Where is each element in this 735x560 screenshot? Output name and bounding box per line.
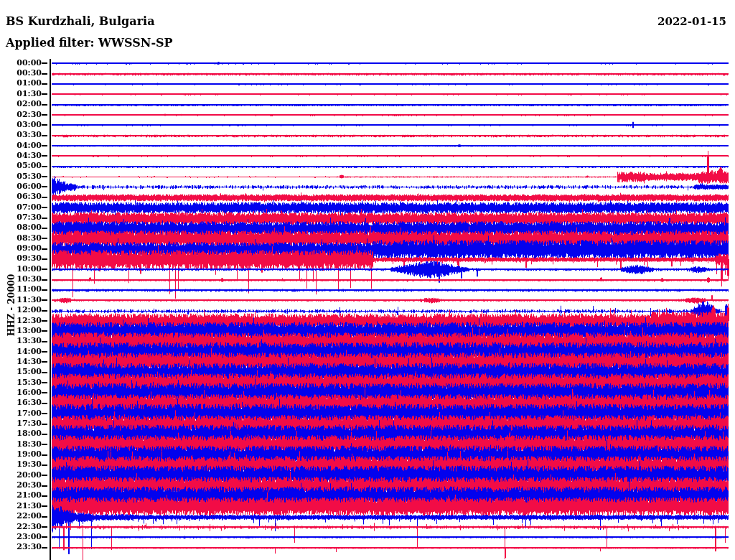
time-label: 17:00 bbox=[0, 409, 42, 417]
applied-filter-label: Applied filter: WWSSN-SP bbox=[6, 36, 173, 50]
station-title: BS Kurdzhali, Bulgaria bbox=[6, 14, 155, 28]
time-label: 05:00 bbox=[0, 162, 42, 169]
helicorder-page: BS Kurdzhali, Bulgaria Applied filter: W… bbox=[0, 0, 735, 560]
time-label: 04:30 bbox=[0, 151, 42, 159]
date-label: 2022-01-15 bbox=[657, 15, 726, 28]
time-label: 08:30 bbox=[0, 234, 42, 242]
time-label: 07:00 bbox=[0, 203, 42, 211]
time-label: 09:00 bbox=[0, 244, 42, 252]
time-label: 14:00 bbox=[0, 347, 42, 355]
time-label: 06:00 bbox=[0, 182, 42, 190]
time-label: 01:30 bbox=[0, 90, 42, 98]
time-label: 11:00 bbox=[0, 285, 42, 293]
time-label: 05:30 bbox=[0, 172, 42, 180]
time-label: 18:30 bbox=[0, 440, 42, 448]
time-label: 00:30 bbox=[0, 69, 42, 77]
time-label: 10:30 bbox=[0, 275, 42, 283]
time-label: 13:30 bbox=[0, 337, 42, 345]
time-label: 12:00 bbox=[0, 306, 42, 314]
time-label: 19:00 bbox=[0, 450, 42, 458]
time-label: 06:30 bbox=[0, 192, 42, 200]
time-label: 16:00 bbox=[0, 388, 42, 396]
time-label: 21:30 bbox=[0, 502, 42, 510]
time-label: 21:00 bbox=[0, 491, 42, 499]
time-label: 20:00 bbox=[0, 471, 42, 479]
time-label: 10:00 bbox=[0, 265, 42, 273]
seismogram-canvas bbox=[0, 0, 735, 560]
time-label: 15:00 bbox=[0, 368, 42, 375]
time-label: 04:00 bbox=[0, 141, 42, 149]
time-label: 08:00 bbox=[0, 223, 42, 231]
time-label: 17:30 bbox=[0, 419, 42, 427]
time-label: 00:00 bbox=[0, 59, 42, 67]
time-label: 11:30 bbox=[0, 296, 42, 304]
time-label: 02:00 bbox=[0, 100, 42, 108]
time-label: 16:30 bbox=[0, 398, 42, 406]
time-label: 09:30 bbox=[0, 254, 42, 262]
time-label: 02:30 bbox=[0, 111, 42, 118]
time-label: 15:30 bbox=[0, 378, 42, 386]
time-label: 14:30 bbox=[0, 358, 42, 365]
time-label: 12:30 bbox=[0, 317, 42, 325]
time-label: 07:30 bbox=[0, 213, 42, 221]
time-label: 13:00 bbox=[0, 327, 42, 335]
time-label: 23:00 bbox=[0, 533, 42, 541]
time-label: 22:00 bbox=[0, 512, 42, 520]
time-label: 03:30 bbox=[0, 131, 42, 139]
time-label: 20:30 bbox=[0, 481, 42, 489]
time-label: 23:30 bbox=[0, 543, 42, 551]
time-label: 03:00 bbox=[0, 121, 42, 129]
time-label: 01:00 bbox=[0, 79, 42, 87]
time-label: 18:00 bbox=[0, 429, 42, 437]
time-label: 22:30 bbox=[0, 523, 42, 531]
time-label: 19:30 bbox=[0, 460, 42, 468]
